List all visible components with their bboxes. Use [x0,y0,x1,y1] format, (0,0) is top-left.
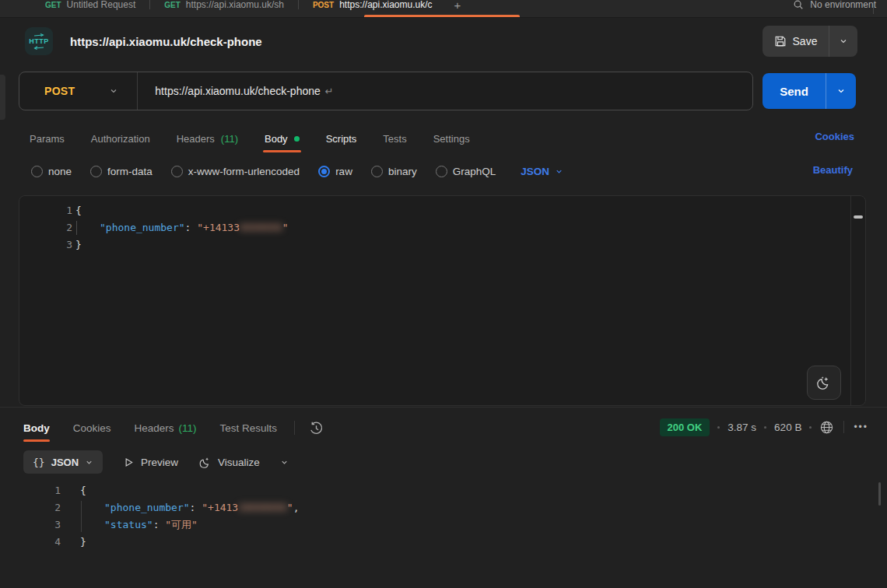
response-more-button[interactable]: ••• [854,422,868,432]
radio-none[interactable] [31,166,43,177]
body-language-select[interactable]: JSON [521,166,563,177]
tab-tests[interactable]: Tests [383,124,406,152]
resp-tab-body-active[interactable]: Body [23,412,50,443]
send-label: Send [763,85,826,98]
tab-params[interactable]: Params [30,124,65,152]
mode-none[interactable]: none [31,166,72,177]
line-number: 4 [30,534,61,551]
mode-urlencoded[interactable]: x-www-form-urlencoded [171,166,300,177]
resp-code-line-1: { [80,482,86,499]
request-tab-1[interactable]: GET Untitled Request [31,0,149,16]
radio-graphql[interactable] [436,166,447,177]
resp-tab-headers[interactable]: Headers(11) [135,412,197,443]
method-badge: GET [164,1,181,9]
editor-scrollbar[interactable] [850,196,865,405]
save-button[interactable]: Save [763,26,857,57]
response-divider [0,407,887,408]
visualize-caret[interactable] [280,458,289,467]
url-input[interactable]: https://api.xiaomu.uk/check-phone [155,85,320,97]
mode-binary[interactable]: binary [371,166,417,177]
request-body-editor[interactable]: 1 2 3 { "phone_number": "+141330000000" … [19,195,866,406]
line-number: 2 [30,499,61,516]
braces-icon: {} [33,457,45,468]
tab-authorization[interactable]: Authorization [91,124,150,152]
code-line-2: "phone_number": "+141330000000" [100,219,289,236]
environment-label: No environment [810,0,876,10]
tab-settings[interactable]: Settings [433,124,470,152]
line-number: 1 [41,202,72,219]
tab-headers[interactable]: Headers(11) [177,124,238,152]
radio-raw-selected[interactable] [318,166,330,177]
play-icon [123,457,135,468]
method-badge: GET [45,1,61,9]
tab-scripts[interactable]: Scripts [326,124,357,152]
send-button[interactable]: Send [763,73,856,109]
response-meta: 200 OK 3.87 s 620 B ••• [660,415,868,439]
headers-count: (11) [221,133,238,145]
radio-urlencoded[interactable] [171,166,183,177]
indent-guide [81,501,82,532]
url-return-glyph: ↵ [325,86,334,97]
mode-form-data[interactable]: form-data [90,166,153,177]
url-bar: POST https://api.xiaomu.uk/check-phone ↵ [19,72,753,110]
resp-code-line-3: "status": "可用" [104,516,198,534]
beautify-link[interactable]: Beautify [813,164,853,176]
body-mode-row: none form-data x-www-form-urlencoded raw… [0,159,887,184]
mode-raw-selected[interactable]: raw [318,166,352,177]
response-body-viewer[interactable]: 1 2 3 4 { "phone_number": "+141330000000… [0,476,887,588]
request-title: https://api.xiaomu.uk/check-phone [70,35,262,48]
request-tab-2[interactable]: GET https://api.xiaomu.uk/sh [150,0,298,16]
request-header: HTTP https://api.xiaomu.uk/check-phone S… [0,24,887,58]
code-line-1: { [75,202,82,219]
resp-code-line-2: "phone_number": "+141330000000", [104,499,299,516]
status-badge[interactable]: 200 OK [660,418,710,436]
mode-graphql[interactable]: GraphQL [436,166,496,177]
response-scrollbar-thumb[interactable] [878,482,881,506]
network-globe-icon[interactable] [819,420,834,435]
resp-tab-test-results[interactable]: Test Results [220,412,278,443]
resp-tab-cookies[interactable]: Cookies [73,412,111,443]
sidebar-collapse-handle[interactable] [0,75,5,120]
method-badge: POST [313,1,334,9]
response-history-icon[interactable] [309,421,324,436]
editor-scrollbar-thumb[interactable] [854,215,863,219]
workspace-tab-bar: GET Untitled Request GET https://api.xia… [0,0,887,18]
save-options-caret[interactable] [829,26,857,57]
indent-guide [76,221,77,235]
preview-button[interactable]: Preview [123,457,178,468]
visualize-button[interactable]: Visualize [198,456,260,469]
save-icon [774,35,787,47]
active-tab-underline [364,15,520,17]
tab-body-active[interactable]: Body [265,124,300,152]
line-number: 1 [30,482,61,499]
new-tab-button[interactable]: + [447,0,469,12]
postbot-button[interactable] [807,366,841,400]
line-number: 3 [41,236,72,254]
code-line-3: } [75,236,82,254]
resp-headers-count: (11) [179,422,197,434]
send-options-caret[interactable] [826,73,856,109]
app-window: GET Untitled Request GET https://api.xia… [0,0,887,588]
method-selector-value[interactable]: POST [44,85,75,97]
tab-bar-divider [873,3,874,14]
response-time[interactable]: 3.87 s [727,422,756,433]
radio-form-data[interactable] [90,166,102,177]
request-tabs: Params Authorization Headers(11) Body Sc… [0,124,887,152]
response-size[interactable]: 620 B [774,422,801,433]
body-modified-dot [294,136,300,142]
tab-label: Untitled Request [67,0,136,10]
save-label: Save [793,35,818,47]
line-number: 2 [41,219,72,236]
redacted-phone-digits: 0000000 [240,222,282,233]
tab-label: https://api.xiaomu.uk/sh [186,0,284,10]
method-selector-caret[interactable] [109,86,118,96]
redacted-phone-digits: 30000000 [238,502,287,513]
cookies-link[interactable]: Cookies [815,131,854,142]
response-format-select[interactable]: {} JSON [23,450,103,474]
radio-binary[interactable] [371,166,383,177]
resp-code-line-4: } [80,534,86,551]
response-toolbar: {} JSON Preview Visualize [0,448,887,476]
visualize-sparkle-icon [198,456,212,469]
request-tab-3-active[interactable]: POST https://api.xiaomu.uk/c [299,0,447,16]
line-number: 3 [30,516,61,534]
